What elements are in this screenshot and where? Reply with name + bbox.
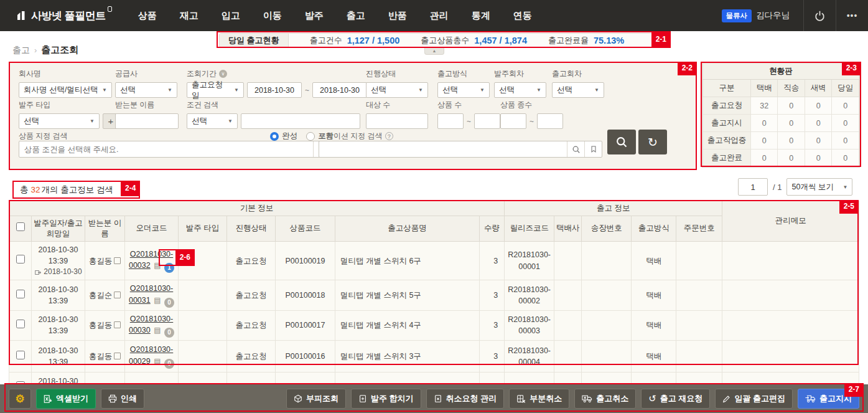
- col-header: 발주 타입: [179, 216, 227, 242]
- condition-search-input[interactable]: [241, 113, 360, 129]
- row-checkbox[interactable]: [16, 351, 25, 359]
- per-page-select[interactable]: 50개씩 보기 ▼: [786, 178, 852, 196]
- print-button[interactable]: 인쇄: [101, 389, 144, 409]
- company-select[interactable]: 회사명 선택/멀티선택▼: [19, 82, 112, 98]
- volume-check-button[interactable]: 부피조회: [286, 389, 346, 409]
- product-kind-max-input[interactable]: [537, 113, 563, 129]
- app-logo[interactable]: 사방넷 풀필먼트: [16, 9, 112, 23]
- progress-status-select[interactable]: 선택▼: [366, 82, 428, 98]
- period-toggle-icon[interactable]: ∨: [219, 70, 227, 78]
- metric-label-count: 출고건수: [310, 35, 342, 46]
- excel-download-button[interactable]: 엑셀받기: [36, 389, 96, 409]
- target-count-label: 대상 수: [366, 100, 428, 110]
- order-round-label: 발주회차: [494, 69, 546, 79]
- page-number-input[interactable]: [738, 178, 768, 196]
- logout-button[interactable]: [803, 0, 836, 31]
- receiver-name-input[interactable]: [115, 113, 179, 129]
- partial-cancel-button[interactable]: 부분취소: [509, 389, 569, 409]
- product-search-input[interactable]: [19, 141, 313, 157]
- location-search-combo: [319, 141, 602, 158]
- chevron-down-icon: ▼: [90, 118, 95, 124]
- order-detail-icon[interactable]: ▤: [154, 261, 161, 270]
- row-checkbox[interactable]: [16, 320, 25, 328]
- radio-exact-match[interactable]: 완성: [270, 131, 297, 141]
- location-search-input[interactable]: [319, 141, 567, 157]
- menu-outbound[interactable]: 출고: [347, 10, 365, 22]
- search-button[interactable]: [607, 130, 636, 154]
- board-col-header: 택배: [750, 80, 778, 97]
- power-icon: [814, 10, 826, 22]
- order-code-link[interactable]: O20181030-: [130, 315, 174, 323]
- memo-count-badge[interactable]: 0: [164, 359, 174, 369]
- chevron-down-icon: ▼: [480, 87, 485, 93]
- select-all-checkbox[interactable]: [16, 222, 25, 231]
- ship-method-select[interactable]: 선택▼: [437, 82, 490, 98]
- order-detail-icon[interactable]: ▤: [154, 326, 161, 335]
- order-code-link[interactable]: 00031: [129, 296, 151, 305]
- ship-cancel-button[interactable]: 출고취소: [574, 389, 636, 409]
- order-code-link[interactable]: 00029: [129, 357, 151, 366]
- receiver-detail-icon[interactable]: [114, 353, 121, 359]
- reship-request-button[interactable]: ↺ 출고 재요청: [641, 389, 710, 409]
- memo-count-badge[interactable]: 1: [164, 263, 174, 273]
- memo-count-badge[interactable]: 0: [164, 298, 174, 308]
- radio-selected-icon: [270, 132, 279, 141]
- chevron-down-icon: ▼: [843, 184, 848, 190]
- reset-button[interactable]: ↻: [638, 130, 667, 154]
- product-count-max-input[interactable]: [474, 113, 500, 129]
- menu-products[interactable]: 상품: [138, 10, 157, 22]
- supplier-label: 공급사: [115, 69, 177, 79]
- order-code-link[interactable]: 00032: [129, 261, 151, 270]
- breadcrumb-section[interactable]: 출고: [12, 45, 30, 56]
- order-detail-icon[interactable]: ▤: [154, 296, 161, 305]
- order-detail-icon[interactable]: ▤: [154, 357, 161, 366]
- plus-icon: +: [108, 116, 114, 126]
- menu-integration[interactable]: 연동: [513, 10, 532, 22]
- collapse-arrow-icon: ▲: [432, 49, 437, 53]
- date-from-input[interactable]: [247, 82, 302, 98]
- menu-inventory[interactable]: 재고: [180, 10, 198, 22]
- memo-count-badge[interactable]: 0: [164, 328, 174, 338]
- order-code-link[interactable]: O20181030-: [130, 250, 174, 259]
- order-round-select[interactable]: 선택▼: [494, 82, 546, 98]
- ship-order-button[interactable]: 출고지시: [798, 389, 859, 409]
- receiver-detail-icon[interactable]: [114, 321, 121, 328]
- bulk-edit-button[interactable]: 일괄 출고편집: [715, 389, 793, 409]
- outbound-table: 기본 정보 출고 정보 관리메모 발주일자/출고희망일 받는분 이름 오더코드 …: [9, 201, 859, 402]
- menu-inbound[interactable]: 입고: [222, 10, 240, 22]
- order-code-link[interactable]: O20181030-: [130, 345, 174, 354]
- help-icon[interactable]: ?: [385, 132, 393, 140]
- merge-orders-button[interactable]: 발주 합치기: [351, 389, 421, 409]
- product-kind-min-input[interactable]: [500, 113, 526, 129]
- condition-type-select[interactable]: 선택▼: [187, 113, 238, 129]
- pencil-icon: [722, 395, 730, 403]
- ship-round-select[interactable]: 선택▼: [552, 82, 604, 98]
- receiver-detail-icon[interactable]: [114, 257, 121, 264]
- annotation-label: 2-4: [121, 181, 140, 196]
- order-code-link[interactable]: O20181030-: [130, 284, 174, 293]
- cancel-request-manage-button[interactable]: 취소요청 관리: [426, 389, 505, 409]
- bookmark-icon[interactable]: [584, 141, 602, 157]
- page-title: 출고조회: [41, 44, 78, 56]
- row-checkbox[interactable]: [16, 290, 25, 298]
- row-checkbox[interactable]: [16, 255, 25, 263]
- supplier-select[interactable]: 선택▼: [115, 82, 177, 98]
- receiver-detail-icon[interactable]: [114, 292, 121, 298]
- refresh-icon: ↻: [648, 135, 658, 150]
- menu-move[interactable]: 이동: [263, 10, 282, 22]
- statusbar-collapse-button[interactable]: ▲: [424, 47, 444, 55]
- period-type-select[interactable]: 출고요청일▼: [187, 82, 244, 98]
- settings-button[interactable]: ⚙: [9, 389, 31, 409]
- order-code-link[interactable]: 00030: [129, 326, 151, 335]
- target-count-input[interactable]: [366, 113, 428, 129]
- result-suffix: 개의 출고정보 검색: [42, 184, 114, 196]
- menu-returns[interactable]: 반품: [388, 10, 407, 22]
- date-to-input[interactable]: [312, 82, 367, 98]
- more-menu-button[interactable]: •••: [836, 0, 868, 31]
- menu-admin[interactable]: 관리: [430, 10, 449, 22]
- product-count-min-input[interactable]: [437, 113, 464, 129]
- menu-order[interactable]: 발주: [305, 10, 324, 22]
- search-icon[interactable]: [567, 141, 584, 157]
- order-type-select[interactable]: 선택▼: [19, 113, 100, 129]
- menu-stats[interactable]: 통계: [472, 10, 490, 22]
